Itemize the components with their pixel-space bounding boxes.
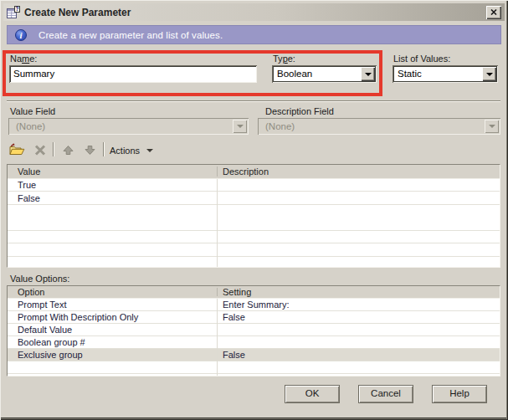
description-column-header: Description (217, 165, 500, 178)
value-field-label: Value Field (10, 106, 55, 117)
column-divider (217, 299, 218, 376)
dropdown-arrow-icon (146, 149, 153, 152)
option-row-selected[interactable]: Exclusive group False (8, 349, 500, 361)
arrow-up-icon (63, 145, 74, 156)
value-field-value: (None) (16, 121, 45, 131)
option-row[interactable]: Prompt Text Enter Summary: (8, 299, 500, 311)
close-icon (490, 9, 497, 15)
open-folder-icon (9, 143, 25, 156)
type-combobox-value: Boolean (277, 69, 312, 79)
delete-x-icon (34, 145, 46, 156)
delete-value-button (32, 141, 49, 158)
option-row[interactable]: Default Value (8, 324, 500, 336)
dropdown-arrow-icon (489, 125, 495, 128)
name-input[interactable]: Summary (9, 65, 257, 83)
column-divider (217, 288, 218, 296)
column-divider (217, 166, 218, 177)
description-field-label: Description Field (265, 106, 334, 117)
move-down-button (81, 141, 98, 158)
arrow-down-icon (85, 145, 95, 156)
type-combobox[interactable]: Boolean (272, 65, 377, 83)
title-bar: ? Create New Parameter (3, 3, 505, 21)
dropdown-arrow-icon (237, 125, 244, 128)
value-row[interactable]: True (8, 179, 500, 192)
value-options-header: Option Setting (8, 286, 500, 299)
option-row[interactable]: Boolean group # (8, 336, 500, 349)
list-of-values-combobox[interactable]: Static (393, 65, 498, 83)
list-of-values-label: List of Values: (393, 54, 450, 64)
value-row[interactable]: False (8, 192, 500, 206)
column-divider (217, 179, 218, 267)
banner-text: Create a new parameter and list of value… (38, 30, 223, 40)
parameter-icon: ? (7, 6, 20, 18)
name-input-value: Summary (13, 69, 54, 79)
setting-column-header: Setting (217, 286, 500, 298)
option-row[interactable]: Prompt With Description Only False (8, 311, 500, 324)
info-banner: i Create a new parameter and list of val… (7, 25, 501, 44)
name-label: Name: (10, 54, 37, 64)
new-value-button[interactable] (8, 141, 25, 158)
value-options-grid: Option Setting Prompt Text Enter Summary… (7, 285, 500, 376)
window-title: Create New Parameter (24, 7, 486, 18)
actions-menu-button[interactable]: Actions (110, 143, 153, 158)
list-of-values-dropdown-button[interactable] (482, 67, 496, 81)
value-column-header: Value (8, 165, 217, 178)
dropdown-arrow-icon (486, 73, 493, 76)
value-field-dropdown-button (233, 120, 247, 133)
close-button[interactable] (486, 6, 501, 19)
svg-text:?: ? (16, 6, 19, 12)
description-field-value: (None) (265, 121, 295, 131)
value-options-body: Prompt Text Enter Summary: Prompt With D… (8, 299, 500, 376)
cancel-button[interactable]: Cancel (358, 385, 413, 403)
option-column-header: Option (8, 286, 217, 298)
description-field-combobox: (None) (258, 118, 500, 135)
values-grid: Value Description True False (7, 164, 500, 268)
help-button[interactable]: Help (432, 385, 487, 403)
values-grid-header: Value Description (8, 165, 500, 179)
ok-button[interactable]: OK (285, 385, 340, 403)
dropdown-arrow-icon (365, 73, 372, 76)
list-of-values-value: Static (398, 69, 422, 79)
description-field-dropdown-button (485, 120, 499, 133)
type-label: Type: (273, 54, 295, 64)
value-field-combobox: (None) (8, 118, 249, 135)
move-up-button (59, 141, 76, 158)
actions-label: Actions (110, 146, 140, 156)
value-options-label: Value Options: (10, 274, 69, 284)
values-grid-body: True False (8, 179, 500, 267)
info-icon: i (15, 29, 27, 41)
type-dropdown-button[interactable] (361, 67, 375, 81)
toolbar-separator (53, 142, 54, 156)
section-separator (7, 100, 500, 102)
toolbar-separator (103, 142, 105, 156)
create-new-parameter-dialog: ? Create New Parameter i Create a new pa… (0, 0, 508, 420)
